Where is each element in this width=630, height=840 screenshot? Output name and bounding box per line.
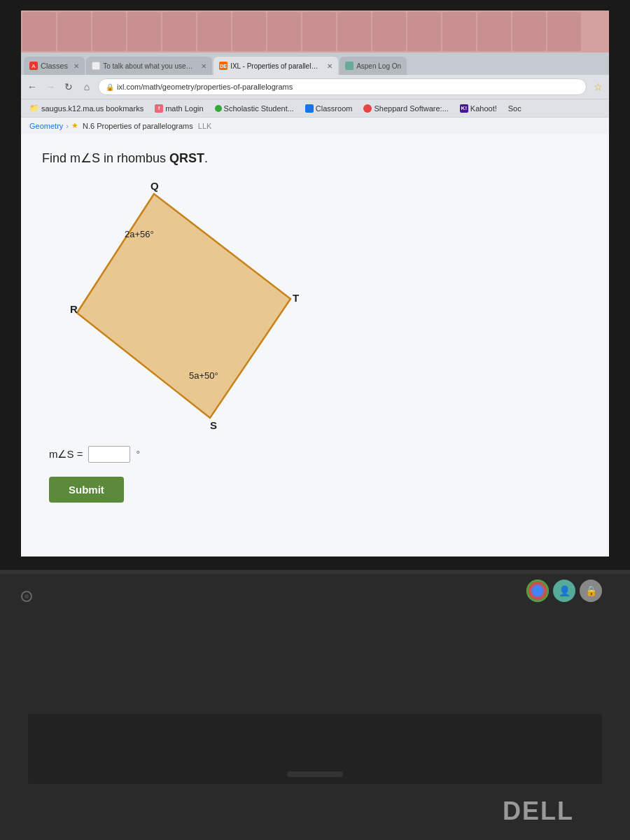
angle-5a-label: 5a+50° <box>189 370 218 381</box>
answer-input[interactable] <box>88 446 130 463</box>
power-led <box>24 594 29 598</box>
answer-prefix: m∠S = <box>49 448 83 461</box>
content-area: Find m∠S in rhombus QRST. Q R S T 2a+56°… <box>21 134 609 556</box>
diagram-container: Q R S T 2a+56° 5a+50° <box>56 180 322 432</box>
bookmark-scholastic-label: Scholastic Student... <box>224 104 294 113</box>
aspen-favicon <box>345 62 354 70</box>
tab-talk-about[interactable]: To talk about what you used to c... ✕ <box>86 57 212 75</box>
degree-label: ° <box>136 449 140 460</box>
answer-row: m∠S = ° <box>49 446 588 463</box>
bookmark-classroom[interactable]: Classroom <box>302 104 356 113</box>
tab-ixl-close[interactable]: ✕ <box>327 62 332 70</box>
browser-chrome: A Classes ✕ To talk about what you used … <box>21 52 609 134</box>
address-text: ixl.com/math/geometry/properties-of-para… <box>117 83 293 91</box>
classes-favicon: A <box>29 62 38 70</box>
address-bar-row: ← → ↻ ⌂ 🔒 ixl.com/math/geometry/properti… <box>21 75 609 99</box>
rhombus-polygon <box>77 194 290 418</box>
person-icon[interactable]: 👤 <box>553 580 575 602</box>
tab-talk-label: To talk about what you used to c... <box>103 62 195 70</box>
vertex-r-label: R <box>70 303 78 315</box>
bookmark-math-login[interactable]: f math Login <box>152 104 206 113</box>
bookmark-sheppard[interactable]: Sheppard Software:... <box>360 104 451 113</box>
folder-icon: 📁 <box>29 104 39 113</box>
tab-talk-close[interactable]: ✕ <box>201 62 206 70</box>
power-indicator <box>21 591 32 602</box>
laptop-screen-bezel: A Classes ✕ To talk about what you used … <box>0 0 630 574</box>
address-bar[interactable]: 🔒 ixl.com/math/geometry/properties-of-pa… <box>98 78 587 95</box>
breadcrumb-sep: › <box>66 122 69 130</box>
submit-button[interactable]: Submit <box>49 477 124 503</box>
forward-button[interactable]: → <box>43 80 57 94</box>
bookmark-saugus[interactable]: 📁 saugus.k12.ma.us bookmarks <box>27 103 146 113</box>
ixl-favicon: DE <box>219 62 227 70</box>
touchpad-bar <box>287 771 343 777</box>
breadcrumb-geometry[interactable]: Geometry <box>29 122 63 130</box>
bookmarks-bar: 📁 saugus.k12.ma.us bookmarks f math Logi… <box>21 99 609 117</box>
math-login-favicon: f <box>155 104 163 113</box>
chrome-icon[interactable] <box>526 580 549 602</box>
vertex-t-label: T <box>293 292 299 304</box>
bookmark-scholastic[interactable]: Scholastic Student... <box>212 104 297 113</box>
bookmark-kahoot-label: Kahoot! <box>470 104 497 113</box>
tab-classes[interactable]: A Classes ✕ <box>24 57 85 75</box>
angle-2a-label: 2a+56° <box>125 229 154 239</box>
chrome-taskbar: 👤 🔒 <box>526 580 602 602</box>
tab-aspen-label: Aspen Log On <box>356 62 401 70</box>
refresh-button[interactable]: ↻ <box>62 80 76 94</box>
dell-logo: DELL <box>503 797 574 826</box>
breadcrumb-child-label: N.6 Properties of parallelograms <box>83 122 193 130</box>
bookmark-sheppard-label: Sheppard Software:... <box>374 104 448 113</box>
lock-taskbar-icon[interactable]: 🔒 <box>580 580 602 602</box>
tab-ixl-label: IXL - Properties of parallelogram <box>230 62 321 70</box>
home-button[interactable]: ⌂ <box>80 80 94 94</box>
bookmark-kahoot[interactable]: K! Kahoot! <box>457 104 500 113</box>
back-button[interactable]: ← <box>25 80 39 94</box>
vertex-s-label: S <box>210 419 217 431</box>
tab-classes-label: Classes <box>41 62 68 70</box>
vertex-q-label: Q <box>150 180 159 192</box>
breadcrumb-n6: N.6 Properties of parallelograms LLK <box>83 122 211 130</box>
laptop-screen: A Classes ✕ To talk about what you used … <box>21 10 609 556</box>
bookmark-star-button[interactable]: ☆ <box>591 80 605 94</box>
laptop-keyboard <box>28 714 602 784</box>
lock-icon: 🔒 <box>106 83 114 91</box>
laptop-base: DELL <box>0 700 630 840</box>
bookmark-soc[interactable]: Soc <box>505 104 524 113</box>
breadcrumb-star: ★ <box>71 121 78 130</box>
problem-title: Find m∠S in rhombus QRST. <box>42 150 588 166</box>
kahoot-icon: K! <box>460 104 468 113</box>
bookmark-saugus-label: saugus.k12.ma.us bookmarks <box>41 104 144 113</box>
breadcrumb-tag: LLK <box>198 122 212 130</box>
sheppard-icon <box>363 104 372 113</box>
tab-ixl[interactable]: DE IXL - Properties of parallelogram ✕ <box>214 57 338 75</box>
tab-talk-favicon <box>92 62 100 70</box>
tab-bar: A Classes ✕ To talk about what you used … <box>21 52 609 75</box>
bookmark-classroom-label: Classroom <box>316 104 353 113</box>
bookmark-math-label: math Login <box>165 104 203 113</box>
bookmark-soc-label: Soc <box>508 104 522 113</box>
tab-classes-close[interactable]: ✕ <box>74 62 79 70</box>
breadcrumb: Geometry › ★ N.6 Properties of parallelo… <box>21 117 609 134</box>
scholastic-icon <box>215 105 222 112</box>
rhombus-diagram: Q R S T 2a+56° 5a+50° <box>56 180 322 432</box>
tab-aspen[interactable]: Aspen Log On <box>340 57 407 75</box>
classroom-icon <box>305 104 314 113</box>
